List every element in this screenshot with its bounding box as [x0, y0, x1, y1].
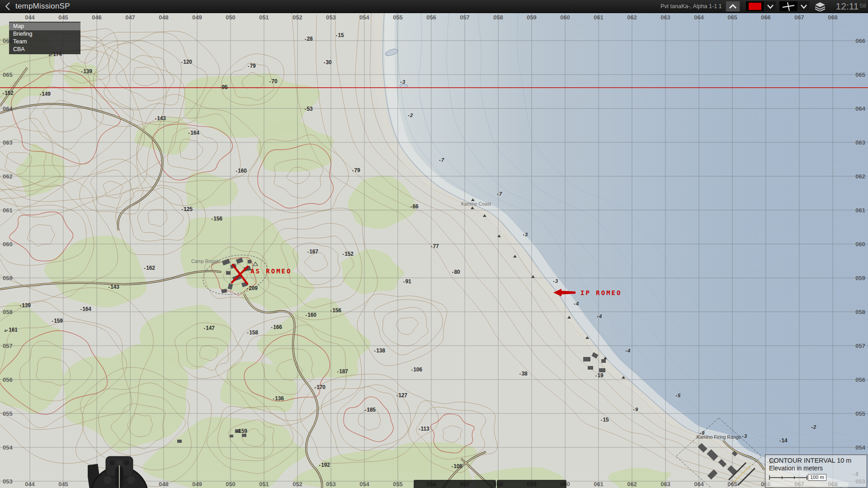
menu-item-cba[interactable]: CBA: [9, 46, 80, 53]
grid-label: 044: [25, 14, 35, 21]
spot-height: 158: [247, 329, 258, 336]
grid-label: 059: [855, 275, 865, 282]
mission-title: tempMissionSP: [15, 2, 70, 11]
spot-height: 38: [520, 371, 528, 377]
grid-label: 051: [259, 481, 269, 488]
grid-label: 058: [855, 309, 865, 315]
grid-label: 064: [694, 14, 704, 21]
chevron-down-icon[interactable]: [798, 1, 810, 12]
grid-label: 061: [594, 14, 604, 21]
grid-label: 054: [3, 444, 13, 451]
grid-label: 066: [761, 14, 771, 21]
spot-height: 28: [305, 36, 313, 42]
spot-height: 91: [404, 278, 411, 285]
bottom-hud-bar[interactable]: [497, 480, 566, 488]
spot-height: 106: [411, 366, 422, 373]
spot-height: 30: [324, 59, 332, 66]
spot-height: 136: [273, 395, 283, 402]
bottom-hud-bar[interactable]: [414, 480, 496, 488]
spot-height: 3: [742, 433, 747, 439]
layers-icon[interactable]: [812, 1, 828, 11]
grid-label: 052: [292, 481, 302, 488]
grid-label: 059: [527, 14, 537, 21]
spot-height: 167: [307, 249, 318, 255]
grid-label: 057: [855, 343, 865, 349]
crosshair-icon[interactable]: [779, 1, 798, 12]
grid-label: 057: [3, 343, 13, 349]
grid-label: 062: [627, 481, 637, 488]
spot-height: 149: [40, 91, 50, 97]
grid-label: 049: [192, 14, 202, 21]
chevron-up-icon[interactable]: [726, 1, 740, 12]
spot-height: 4: [597, 314, 602, 319]
spot-height: 66: [411, 203, 419, 210]
grid-label: 066: [855, 38, 865, 44]
grid-label: 063: [660, 481, 670, 488]
grid-label: 048: [159, 14, 169, 21]
spot-height: 185: [365, 407, 375, 413]
spot-height: 156: [212, 216, 222, 222]
title-bar: tempMissionSP Pvt tanaKa-, Alpha 1-1 1: [0, 0, 868, 13]
grid-label: 058: [3, 309, 13, 315]
grid-label: 061: [855, 207, 865, 214]
grid-label: 055: [393, 14, 403, 21]
scale-bar: 100 m: [769, 474, 863, 481]
spot-height: 80: [453, 269, 460, 275]
grid-label: 051: [259, 14, 269, 21]
spot-height: 138: [374, 347, 385, 354]
spot-height: 120: [181, 59, 192, 65]
scale-bar-line: [769, 475, 808, 480]
marker-color-swatch[interactable]: [745, 1, 764, 12]
grid-label: 054: [359, 14, 369, 21]
spot-height: 95: [220, 84, 228, 90]
spot-height: 152: [343, 251, 353, 257]
drawn-line-marker: [0, 87, 868, 88]
grid-label: 050: [226, 14, 236, 21]
place-label: Camp Rogain: [191, 258, 220, 264]
grid-label: 050: [226, 481, 236, 488]
spot-height: 139: [20, 302, 30, 309]
grid-label: 063: [660, 14, 670, 21]
back-icon[interactable]: [5, 1, 11, 11]
separator: [830, 1, 831, 11]
elevation-units-text: Elevation in meters: [769, 465, 863, 472]
menu-item-briefing[interactable]: Briefing: [9, 30, 80, 38]
place-label: Kamino Firing Range: [697, 434, 741, 440]
grid-label: 044: [25, 481, 35, 488]
grid-label: 055: [393, 481, 403, 488]
spot-height: 147: [204, 325, 214, 331]
grid-label: 045: [58, 14, 68, 21]
spot-height: 159: [52, 318, 62, 324]
grid-label: 063: [855, 139, 865, 146]
grid-label: 045: [58, 481, 68, 488]
spot-height: 127: [396, 392, 407, 399]
arrow-left-marker-icon: [553, 289, 576, 299]
grid-label: 061: [594, 481, 604, 488]
grid-label: 056: [426, 14, 436, 21]
grid-label: 055: [855, 410, 865, 417]
grid-label: 057: [460, 14, 470, 21]
spot-height: 187: [337, 368, 348, 375]
menu-item-team[interactable]: Team: [9, 38, 80, 46]
spot-height: 170: [315, 384, 325, 390]
chevron-down-icon[interactable]: [764, 1, 776, 12]
spot-height: 164: [189, 130, 199, 136]
x-marker-icon: [231, 263, 249, 287]
clock-hours-minutes: 12:11: [836, 1, 859, 11]
grid-label: 063: [3, 139, 13, 146]
grid-label: 056: [3, 376, 13, 383]
spot-height: 192: [319, 462, 330, 468]
grid-label: 062: [3, 173, 13, 180]
marker-label: IP ROMEO: [580, 289, 622, 296]
compass-icon[interactable]: [88, 452, 151, 488]
spot-height: 15: [601, 417, 609, 423]
game-clock: 12:11 58: [836, 1, 866, 11]
grid-label: 065: [727, 14, 737, 21]
map-viewport[interactable]: 0440440450450460460470470480480490490500…: [0, 0, 868, 488]
player-info: Pvt tanaKa-, Alpha 1-1 1: [660, 3, 722, 9]
menu-item-map[interactable]: Map: [9, 23, 80, 30]
spot-height: 79: [353, 167, 360, 174]
spot-height: 2: [408, 113, 413, 118]
grid-label: 060: [3, 241, 13, 248]
spot-height: 2: [811, 424, 816, 430]
